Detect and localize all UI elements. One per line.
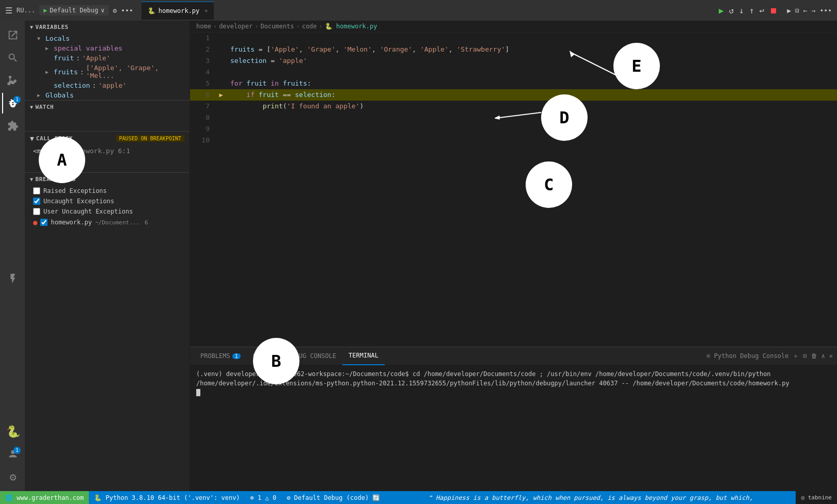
problems-label: PROBLEMS <box>200 352 230 360</box>
callstack-label: CALL STACK <box>36 135 73 142</box>
locals-label: Locals <box>45 35 70 42</box>
split-editor-icon[interactable]: ⊡ <box>795 7 799 14</box>
debug-config-selector[interactable]: ▶ Default Debug ∨ <box>39 5 108 15</box>
callstack-header-row: ▼ CALL STACK PAUSED ON BREAKPOINT <box>25 132 189 145</box>
tab-close-icon[interactable]: ✕ <box>204 8 208 13</box>
status-tabnine[interactable]: ◎ tabnine <box>796 491 837 504</box>
breadcrumb-file[interactable]: 🐍 homework.py <box>325 23 377 30</box>
bp-uncaught-exceptions: Uncaught Exceptions <box>25 196 189 206</box>
bp-uncaught-checkbox[interactable] <box>33 198 40 205</box>
more-icon[interactable]: ••• <box>820 7 832 14</box>
code-line-7: 7 print('I found an apple') <box>190 101 837 112</box>
watch-header[interactable]: ▼ WATCH <box>25 101 189 113</box>
step-over-button[interactable]: ↺ <box>728 5 735 17</box>
special-variables-item[interactable]: ▶ special variables <box>25 43 189 53</box>
callstack-item-module[interactable]: <module> homework.py 6:1 <box>25 145 189 156</box>
split-terminal-icon[interactable]: ⊡ <box>803 352 807 360</box>
bp-user-uncaught-checkbox[interactable] <box>33 208 40 215</box>
locals-expander: ▼ <box>37 36 43 41</box>
activity-account[interactable]: 1 <box>2 444 23 464</box>
status-graderthan[interactable]: 🌐 www.graderthan.com <box>0 491 89 504</box>
more-options-icon[interactable]: ••• <box>121 7 133 14</box>
code-line-1: 1 <box>190 32 837 44</box>
line-num-1: 1 <box>190 32 216 44</box>
run-icon[interactable]: ▶ <box>787 7 791 14</box>
line-num-10: 10 <box>190 135 216 146</box>
panel-tabs: PROBLEMS 1 OUTPUT DEBUG CONSOLE TERMINAL… <box>190 347 837 365</box>
breadcrumb-documents[interactable]: Documents <box>260 23 294 30</box>
callstack-file: homework.py 6:1 <box>70 147 130 155</box>
tab-bar: 🐍 homework.py ✕ <box>141 2 714 20</box>
back-icon[interactable]: ← <box>803 7 808 14</box>
line-num-7: 7 <box>190 101 216 112</box>
fruits-var-item[interactable]: ▶ fruits: ['Apple', 'Grape', 'Mel... <box>25 63 189 80</box>
breadcrumb-code[interactable]: code <box>302 23 317 30</box>
stop-button[interactable]: ⏹ <box>768 5 779 17</box>
activity-test[interactable] <box>2 268 23 289</box>
terminal-console-label: ⊙ Python Debug Console <box>706 352 788 360</box>
continue-button[interactable]: ▶ <box>718 5 725 17</box>
activity-explorer[interactable] <box>2 25 23 45</box>
bp-user-uncaught-label: User Uncaught Exceptions <box>43 208 133 215</box>
step-out-button[interactable]: ↑ <box>748 5 755 17</box>
fruit-var-item[interactable]: fruit: 'Apple' <box>25 53 189 63</box>
breakpoints-header[interactable]: ▼ BREAKPOINTS <box>25 173 189 186</box>
tab-debug-console[interactable]: DEBUG CONSOLE <box>281 347 342 365</box>
variables-header[interactable]: ▼ VARIABLES <box>25 21 189 34</box>
line-num-4: 4 <box>190 67 216 78</box>
line-num-6: 6 <box>190 89 216 101</box>
activity-search[interactable] <box>2 47 23 68</box>
add-terminal-icon[interactable]: ＋ <box>793 352 799 361</box>
terminal-content[interactable]: (.venv) developer@wss-q3l5e62-workspace:… <box>190 365 837 491</box>
tab-terminal[interactable]: TERMINAL <box>342 347 385 365</box>
window-controls: ▶ ⊡ ← → ••• <box>787 7 832 14</box>
breakpoints-panel: ▼ BREAKPOINTS Raised Exceptions Uncaught… <box>25 172 189 491</box>
breadcrumb-developer[interactable]: developer <box>219 23 252 30</box>
variables-panel: ▼ VARIABLES ▼ Locals ▶ special variables… <box>25 21 189 100</box>
status-debug-config[interactable]: ⚙ Default Debug (code) 🔄 <box>281 491 385 504</box>
tab-output[interactable]: OUTPUT <box>247 347 281 365</box>
tab-homework-py[interactable]: 🐍 homework.py ✕ <box>141 2 214 20</box>
delete-terminal-icon[interactable]: 🗑 <box>811 352 817 360</box>
restart-button[interactable]: ↩ <box>759 5 766 17</box>
locals-item[interactable]: ▼ Locals <box>25 34 189 43</box>
play-icon: ▶ <box>43 7 47 14</box>
fruits-expander: ▶ <box>45 69 52 75</box>
bp-homework-count: 6 <box>145 219 148 226</box>
python-label: 🐍 Python 3.8.10 64-bit ('.venv': venv) <box>94 494 240 501</box>
gear-icon[interactable]: ⚙ <box>113 7 117 14</box>
activity-settings[interactable]: ⚙ <box>2 466 23 487</box>
code-line-4: 4 <box>190 67 837 78</box>
code-line-8: 8 <box>190 112 837 123</box>
activity-debug[interactable]: 1 <box>2 93 23 113</box>
maximize-panel-icon[interactable]: ∧ <box>822 352 825 360</box>
bp-raised-checkbox[interactable] <box>33 187 40 194</box>
line-num-2: 2 <box>190 44 216 55</box>
activity-source-control[interactable] <box>2 70 23 91</box>
line-num-3: 3 <box>190 55 216 67</box>
code-line-10: 10 <box>190 135 837 146</box>
step-into-button[interactable]: ↓ <box>738 5 745 17</box>
fruit-value: 'Apple' <box>82 54 110 62</box>
breadcrumb-home[interactable]: home <box>196 23 211 30</box>
close-panel-icon[interactable]: ✕ <box>829 352 833 360</box>
bp-raised-exceptions: Raised Exceptions <box>25 186 189 196</box>
tab-problems[interactable]: PROBLEMS 1 <box>194 347 247 365</box>
bp-homework-checkbox[interactable] <box>40 219 48 226</box>
activity-python[interactable]: 🐍 <box>2 421 23 442</box>
line-num-8: 8 <box>190 112 216 123</box>
globals-item[interactable]: ▶ Globals <box>25 90 189 100</box>
debug-controls: ▶ ↺ ↓ ↑ ↩ ⏹ <box>718 5 779 17</box>
debug-arrow-3 <box>216 55 226 67</box>
selection-var-item[interactable]: selection: 'apple' <box>25 80 189 90</box>
code-editor[interactable]: 1 2 fruits = ['Apple', 'Grape', 'Melon',… <box>190 32 837 347</box>
graderthan-label: 🌐 www.graderthan.com <box>5 494 84 501</box>
callstack-panel: ▼ CALL STACK PAUSED ON BREAKPOINT <modul… <box>25 131 189 172</box>
status-errors[interactable]: ⊗ 1 △ 0 <box>245 491 282 504</box>
forward-icon[interactable]: → <box>812 7 816 14</box>
code-line-3: 3 selection = 'apple' <box>190 55 837 67</box>
status-python[interactable]: 🐍 Python 3.8.10 64-bit ('.venv': venv) <box>89 491 245 504</box>
hamburger-icon[interactable]: ☰ <box>5 6 12 15</box>
bp-homework-label: homework.py <box>51 219 91 226</box>
activity-extensions[interactable] <box>2 116 23 136</box>
